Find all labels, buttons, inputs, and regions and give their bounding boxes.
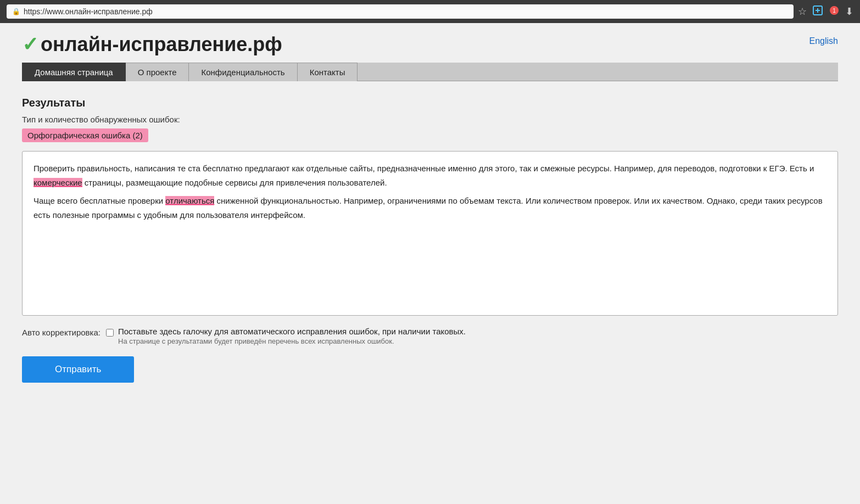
text-paragraph-1: Проверить правильность, написания те ста… [33, 161, 827, 189]
nav-spacer [358, 63, 838, 81]
main-content: Результаты Тип и количество обнаруженных… [0, 81, 860, 399]
header-top: ✓ онлайн-исправление.рф English [22, 33, 838, 56]
auto-correct-sub-text: На странице с результатами будет приведё… [118, 337, 466, 345]
notification-icon[interactable]: 1 [829, 5, 840, 19]
nav-bar: Домашняя страница О проекте Конфиденциал… [22, 63, 838, 81]
site-header: ✓ онлайн-исправление.рф English Домашняя… [0, 23, 860, 81]
error-highlight-2: отличаються [165, 196, 214, 205]
checkmark-icon: ✓ [22, 33, 38, 56]
error-badge: Орфографическая ошибка (2) [22, 128, 148, 142]
auto-correct-checkbox[interactable] [106, 329, 114, 337]
errors-label: Тип и количество обнаруженных ошибок: [22, 115, 838, 124]
page: ✓ онлайн-исправление.рф English Домашняя… [0, 23, 860, 504]
text-p1-before: Проверить правильность, написания те ста… [33, 164, 814, 173]
star-icon[interactable]: ☆ [798, 5, 807, 18]
nav-item-about[interactable]: О проекте [126, 63, 189, 81]
auto-correct-label: Авто корректировка: [22, 327, 100, 337]
text-p1-after: страницы, размещающие подобные сервисы д… [82, 178, 387, 187]
auto-correct-section: Авто корректировка: Поставьте здесь гало… [22, 327, 838, 345]
results-title: Результаты [22, 97, 838, 109]
nav-item-contacts[interactable]: Контакты [298, 63, 358, 81]
nav-item-home[interactable]: Домашняя страница [22, 63, 126, 81]
site-title-text: онлайн-исправление.рф [41, 33, 282, 56]
download-icon[interactable]: ⬇ [845, 5, 853, 18]
language-link[interactable]: English [809, 33, 838, 46]
text-paragraph-2: Чаще всего бесплатные проверки отличають… [33, 194, 827, 222]
extension-icon[interactable] [812, 5, 823, 19]
lock-icon: 🔒 [12, 8, 20, 15]
address-bar[interactable]: 🔒 https://www.онлайн-исправление.рф [7, 4, 794, 19]
auto-correct-right: Поставьте здесь галочку для автоматическ… [106, 327, 466, 345]
nav-item-privacy[interactable]: Конфиденциальность [189, 63, 297, 81]
browser-chrome: 🔒 https://www.онлайн-исправление.рф ☆ 1 … [0, 0, 860, 23]
submit-button[interactable]: Отправить [22, 356, 134, 383]
browser-actions: ☆ 1 ⬇ [798, 5, 853, 19]
error-highlight-1: комерческие [33, 178, 82, 187]
auto-correct-main-text: Поставьте здесь галочку для автоматическ… [118, 327, 466, 336]
site-title: ✓ онлайн-исправление.рф [22, 33, 282, 56]
text-p2-before: Чаще всего бесплатные проверки [33, 196, 165, 205]
svg-text:1: 1 [833, 8, 836, 14]
auto-correct-description: Поставьте здесь галочку для автоматическ… [118, 327, 466, 345]
text-area[interactable]: Проверить правильность, написания те ста… [22, 151, 838, 316]
url-text: https://www.онлайн-исправление.рф [24, 7, 153, 16]
